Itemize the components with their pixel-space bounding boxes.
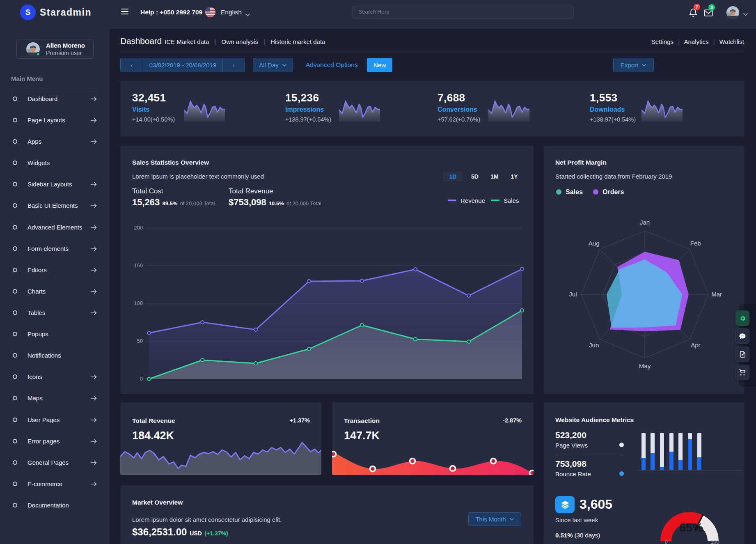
- svg-text:Jan: Jan: [640, 219, 650, 226]
- svg-text:Aug: Aug: [589, 240, 600, 247]
- svg-text:200: 200: [134, 225, 143, 231]
- svg-text:65%: 65%: [679, 521, 703, 534]
- svg-text:Jun: Jun: [589, 342, 599, 349]
- svg-text:Jul: Jul: [569, 291, 577, 298]
- svg-text:0: 0: [664, 539, 667, 544]
- svg-text:May: May: [639, 363, 651, 370]
- svg-text:150: 150: [134, 262, 143, 269]
- svg-text:Feb: Feb: [690, 240, 701, 247]
- svg-text:Apr: Apr: [691, 342, 700, 349]
- svg-text:50: 50: [137, 338, 143, 344]
- svg-text:100: 100: [134, 300, 143, 306]
- svg-text:Mar: Mar: [711, 291, 722, 298]
- svg-text:0: 0: [140, 376, 143, 382]
- svg-text:100: 100: [710, 539, 719, 544]
